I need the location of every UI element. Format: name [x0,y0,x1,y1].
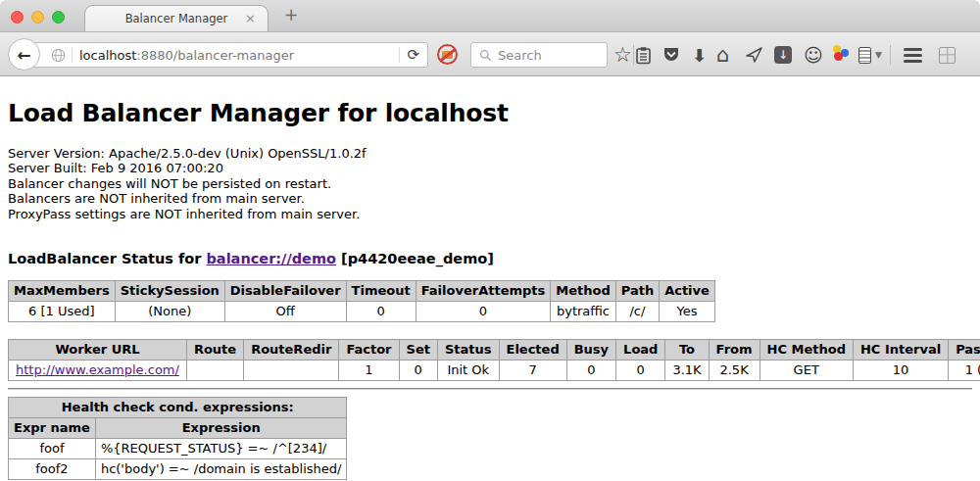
hamburger-bars [904,54,922,57]
feedback-smiley-icon[interactable]: ☺ [804,43,823,67]
navigation-toolbar: ← localhost:8880/balancer-manager ⟳ ☆ [0,32,980,76]
notes-extension-icon[interactable] [858,43,871,67]
heading-suffix: [p4420eeae_demo] [336,251,494,266]
window-controls [11,11,65,24]
chevron-down-icon[interactable]: ▼ [875,43,882,67]
loadbalancer-status-heading: LoadBalancer Status for balancer://demo … [8,251,972,266]
menu-hamburger-icon[interactable] [902,43,923,67]
cell-passes: 1 (0) [949,361,980,381]
health-check-table: Health check cond. expressions: Expr nam… [8,397,347,480]
minimize-window-button[interactable] [31,11,44,24]
info-line: ProxyPass settings are NOT inherited fro… [8,207,972,221]
address-text[interactable]: localhost:8880/balancer-manager [79,48,399,63]
cell-routeredir [244,361,339,381]
url-path: :8880/balancer-manager [136,48,294,63]
balancer-status-table: MaxMembers StickySession DisableFailover… [8,280,715,322]
send-tab-icon[interactable] [745,43,763,67]
heading-prefix: LoadBalancer Status for [8,251,206,266]
worker-data-row: http://www.example.com/ 1 0 Init Ok 7 0 … [9,361,980,381]
cell-hc-interval: 10 [853,361,948,381]
info-line: Server Built: Feb 9 2016 07:00:20 [8,161,972,175]
cell-path: /c/ [615,302,659,322]
cell-expr-name: foof [9,439,96,459]
browser-window: Balancer Manager × + ← localhost:8880/ba… [0,0,980,481]
cell-active: Yes [660,302,715,322]
back-button[interactable]: ← [8,38,40,71]
tab-title: Balancer Manager [125,12,228,25]
cell-from: 2.5K [709,361,760,381]
cell-route [186,361,243,381]
cell-expr-name: foof2 [9,459,96,480]
zoom-window-button[interactable] [52,11,65,24]
col-header: Expr name [9,418,96,439]
worker-header-row: Worker URL Route RouteRedir Factor Set S… [9,340,980,361]
bookmarks-panel-icon[interactable] [635,43,652,67]
tab-groups-icon[interactable] [939,43,956,67]
col-header: Route [186,340,243,361]
plugin-blocked-icon[interactable] [437,44,458,65]
search-bar[interactable] [470,42,608,68]
worker-status-table: Worker URL Route RouteRedir Factor Set S… [8,339,980,381]
col-header: StickySession [115,281,224,302]
cell-load: 0 [616,361,665,381]
cell-to: 3.1K [665,361,709,381]
worker-url-link[interactable]: http://www.example.com/ [16,362,179,377]
col-header: Method [551,281,615,302]
col-header: Worker URL [9,340,187,361]
cell-disablefailover: Off [224,302,346,322]
col-header: Expression [95,418,347,439]
notes-glyph [858,47,871,64]
globe-icon[interactable] [51,48,66,63]
downloads-icon[interactable]: ⬇ [692,43,707,67]
health-table-title: Health check cond. expressions: [9,398,347,418]
toolbar-separator-2 [890,45,891,65]
reload-separator [399,47,400,63]
extension-download-icon[interactable]: ↓ [774,43,792,67]
col-header: To [665,340,709,361]
cell-busy: 0 [566,361,615,381]
col-header: Elected [499,340,566,361]
divider [8,388,972,390]
health-data-row: foof2 hc('body') =~ /domain is establish… [9,459,347,480]
grid-glyph [939,47,956,64]
col-header: Path [615,281,659,302]
health-header-row: Expr name Expression [9,418,347,439]
col-header: Status [437,340,499,361]
close-window-button[interactable] [11,11,24,24]
col-header: RouteRedir [244,340,339,361]
cell-expression: hc('body') =~ /domain is established/ [95,459,347,480]
balancer-data-row: 6 [1 Used] (None) Off 0 0 bytraffic /c/ … [9,302,715,322]
balancer-demo-link[interactable]: balancer://demo [206,251,336,266]
cell-worker-url: http://www.example.com/ [9,361,187,381]
cell-failoverattempts: 0 [416,302,551,322]
col-header: MaxMembers [9,281,116,302]
reload-icon[interactable]: ⟳ [407,48,419,63]
url-bar[interactable]: localhost:8880/balancer-manager ⟳ [24,42,428,68]
cell-method: bytraffic [551,302,615,322]
col-header: FailoverAttempts [416,281,551,302]
home-icon[interactable]: ⌂ [716,43,729,67]
new-tab-button[interactable]: + [284,5,298,24]
page-content: Load Balancer Manager for localhost Serv… [0,76,980,480]
info-line: Server Version: Apache/2.5.0-dev (Unix) … [8,146,972,161]
search-icon [479,49,492,62]
pocket-icon[interactable] [662,43,680,67]
page-title: Load Balancer Manager for localhost [8,76,972,127]
tab-close-icon[interactable]: × [245,11,256,25]
server-info: Server Version: Apache/2.5.0-dev (Unix) … [8,146,972,221]
extension-download-glyph: ↓ [774,46,792,64]
col-header: Set [399,340,437,361]
cell-maxmembers: 6 [1 Used] [9,302,116,322]
colored-dots-extension-icon[interactable] [832,43,850,61]
col-header: Factor [339,340,399,361]
dot-red [834,52,843,61]
col-header: HC Interval [853,340,948,361]
toolbar-separator [633,45,634,65]
col-header: Active [660,281,715,302]
bookmark-star-icon[interactable]: ☆ [613,43,632,67]
tab-balancer-manager[interactable]: Balancer Manager × [84,5,269,31]
cell-expression: %{REQUEST_STATUS} =~ /^[234]/ [95,439,347,459]
col-header: Timeout [346,281,416,302]
cell-factor: 1 [339,361,399,381]
search-input[interactable] [498,48,596,63]
